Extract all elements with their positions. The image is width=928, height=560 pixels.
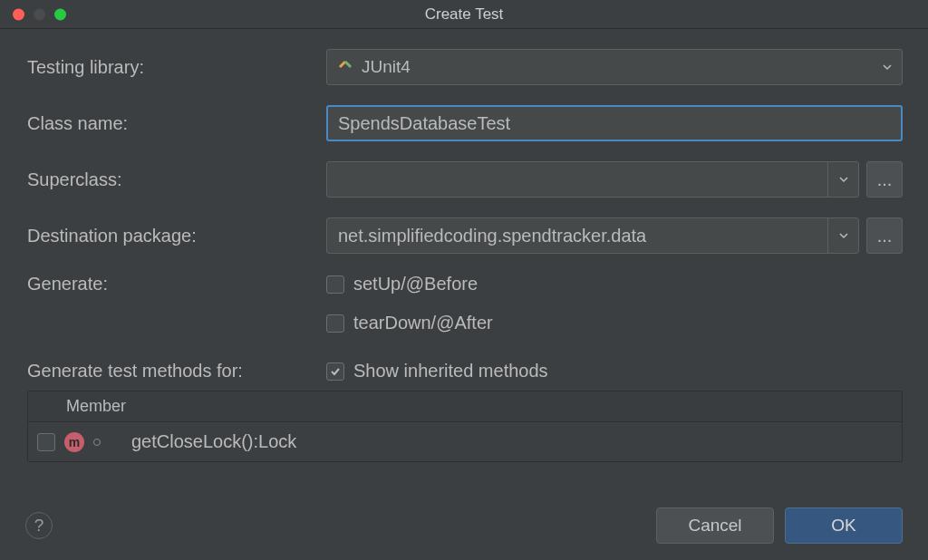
destination-package-chevron-button[interactable]: [827, 218, 858, 253]
dialog-footer: ? Cancel OK: [25, 507, 903, 544]
row-generate-test-methods: Generate test methods for: Show inherite…: [27, 361, 903, 381]
zoom-window-button[interactable]: [54, 8, 66, 20]
member-table-header: Member: [28, 391, 902, 422]
testing-library-label: Testing library:: [27, 57, 326, 78]
superclass-chevron-button[interactable]: [827, 162, 858, 197]
row-destination-package: Destination package: net.simplifiedcodin…: [27, 217, 903, 254]
show-inherited-checkbox[interactable]: [326, 362, 344, 381]
window-title: Create Test: [425, 5, 504, 24]
superclass-label: Superclass:: [27, 169, 326, 190]
setup-checkbox-row[interactable]: setUp/@Before: [326, 274, 903, 294]
teardown-checkbox-row[interactable]: tearDown/@After: [326, 313, 903, 333]
teardown-checkbox-label: tearDown/@After: [353, 313, 493, 333]
destination-package-browse-button[interactable]: ...: [866, 217, 903, 254]
testing-library-value: JUnit4: [362, 57, 411, 77]
setup-checkbox[interactable]: [326, 275, 344, 294]
destination-package-value: net.simplifiedcoding.spendtracker.data: [327, 226, 827, 246]
destination-package-label: Destination package:: [27, 226, 326, 246]
generate-test-methods-label: Generate test methods for:: [27, 361, 326, 381]
member-table: Member m getCloseLock():Lock: [27, 391, 903, 462]
minimize-window-button: [34, 8, 45, 20]
row-generate: Generate: setUp/@Before tearDown/@After: [27, 274, 903, 343]
teardown-checkbox[interactable]: [326, 314, 344, 333]
member-name: getCloseLock():Lock: [131, 431, 296, 452]
generate-label: Generate:: [27, 274, 326, 294]
destination-package-dropdown[interactable]: net.simplifiedcoding.spendtracker.data: [326, 217, 859, 254]
table-row[interactable]: m getCloseLock():Lock: [28, 422, 902, 461]
junit-icon: [338, 60, 353, 74]
superclass-dropdown[interactable]: [326, 161, 859, 198]
help-button[interactable]: ?: [25, 512, 53, 539]
superclass-browse-button[interactable]: ...: [866, 161, 903, 198]
titlebar: Create Test: [0, 0, 928, 29]
traffic-lights: [13, 8, 66, 20]
close-window-button[interactable]: [13, 8, 24, 20]
row-testing-library: Testing library: JUnit4: [27, 49, 903, 85]
visibility-icon: [93, 439, 101, 446]
row-class-name: Class name:: [27, 105, 903, 141]
method-icon: m: [64, 432, 84, 452]
dialog-content: Testing library: JUnit4 Class name:: [0, 29, 928, 480]
class-name-input[interactable]: [338, 113, 891, 134]
member-row-checkbox[interactable]: [37, 433, 55, 451]
show-inherited-checkbox-label: Show inherited methods: [353, 361, 548, 381]
testing-library-dropdown[interactable]: JUnit4: [326, 49, 903, 85]
show-inherited-checkbox-row[interactable]: Show inherited methods: [326, 361, 548, 381]
setup-checkbox-label: setUp/@Before: [353, 274, 478, 294]
cancel-button[interactable]: Cancel: [656, 507, 774, 544]
row-superclass: Superclass: ...: [27, 161, 903, 198]
chevron-down-icon: [882, 62, 893, 72]
class-name-label: Class name:: [27, 113, 326, 134]
class-name-field[interactable]: [326, 105, 903, 141]
ok-button[interactable]: OK: [785, 507, 903, 544]
